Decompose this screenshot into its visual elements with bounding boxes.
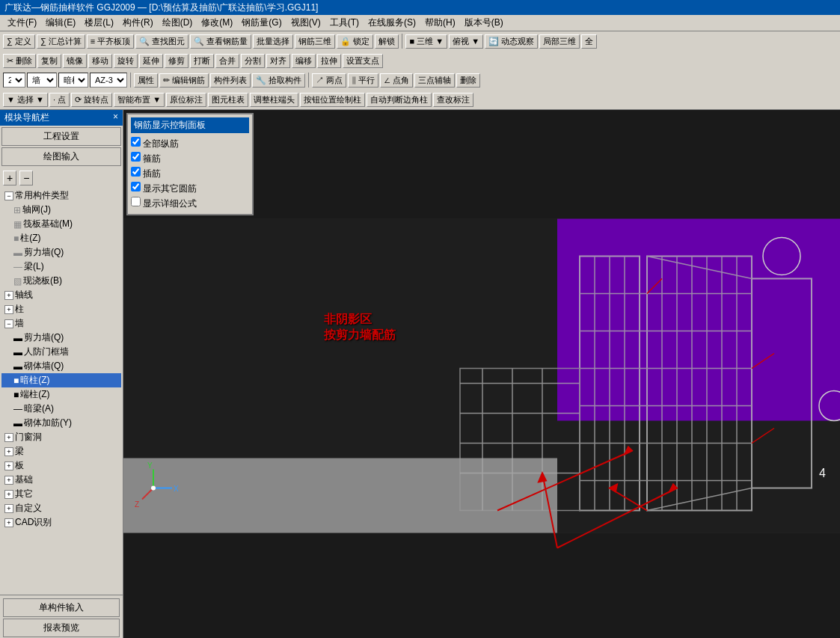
btn-autojudge[interactable]: 自动判断边角柱	[367, 93, 432, 107]
steel-check-stirrup[interactable]: 箍筋	[131, 151, 249, 166]
menu-modify[interactable]: 修改(M)	[197, 15, 237, 31]
tree-beam2[interactable]: + 梁	[1, 444, 121, 458]
btn-twopoint[interactable]: ↗ 两点	[312, 73, 346, 88]
tree-hidbeam[interactable]: — 暗梁(A)	[1, 402, 121, 416]
expand-custom[interactable]: +	[4, 504, 13, 513]
tree-col-group[interactable]: + 柱	[1, 302, 121, 316]
btn-move[interactable]: 移动	[88, 54, 112, 68]
btn-property[interactable]: 属性	[134, 73, 158, 88]
btn-lock[interactable]: 🔒 锁定	[337, 34, 373, 49]
btn-localview[interactable]: 局部三维	[539, 34, 580, 49]
btn-checksteel[interactable]: 🔍 查看钢筋量	[190, 34, 251, 49]
btn-checkmark[interactable]: 查改标注	[433, 93, 473, 107]
btn-drawbyloc[interactable]: 按钮位置绘制柱	[300, 93, 365, 107]
menu-view[interactable]: 视图(V)	[286, 15, 325, 31]
btn-complist[interactable]: 构件列表	[210, 73, 251, 88]
btn-break[interactable]: 打断	[190, 54, 214, 68]
sidebar-close[interactable]: ×	[113, 111, 118, 124]
btn-unlock[interactable]: 解锁	[375, 34, 399, 49]
steel-check-other[interactable]: 显示其它圆筋	[131, 181, 249, 196]
btn-align[interactable]: 对齐	[266, 54, 290, 68]
expand-axis[interactable]: +	[4, 291, 13, 300]
expand-board[interactable]: +	[4, 461, 13, 470]
tree-airdefwall[interactable]: ▬ 人防门框墙	[1, 345, 121, 359]
tree-cad[interactable]: + CAD识别	[1, 515, 121, 530]
tree-axis[interactable]: + 轴线	[1, 288, 121, 302]
tree-common-types[interactable]: − 常用构件类型	[1, 188, 121, 203]
btn-checkdraw[interactable]: 🔍 查找图元	[135, 34, 188, 49]
menu-file[interactable]: 文件(F)	[3, 15, 41, 31]
tree-column[interactable]: ■ 柱(Z)	[1, 231, 121, 245]
btn-point[interactable]: · 点	[49, 93, 70, 107]
expand-cad[interactable]: +	[4, 518, 13, 527]
btn-preview[interactable]: 俯视 ▼	[449, 34, 483, 49]
tree-opening[interactable]: + 门窗洞	[1, 430, 121, 444]
menu-online[interactable]: 在线服务(S)	[364, 15, 420, 31]
wall-type-select[interactable]: 墙	[27, 73, 57, 88]
btn-batchselect[interactable]: 批量选择	[253, 34, 293, 49]
expand-beam2[interactable]: +	[4, 447, 13, 456]
btn-fullview[interactable]: 全	[581, 34, 597, 49]
btn-define[interactable]: ∑ 定义	[3, 34, 35, 49]
btn-setpoint[interactable]: 设置支点	[343, 54, 383, 68]
btn-single-input[interactable]: 单构件输入	[3, 598, 120, 617]
tree-slab[interactable]: ▧ 现浇板(B)	[1, 274, 121, 288]
btn-adjustend[interactable]: 调整柱端头	[250, 93, 298, 107]
expand-col[interactable]: +	[4, 305, 13, 314]
tree-raftfound[interactable]: ▦ 筏板基础(M)	[1, 217, 121, 231]
menu-edit[interactable]: 编辑(E)	[41, 15, 80, 31]
btn-offset[interactable]: 编移	[292, 54, 316, 68]
btn-dynamic[interactable]: 🔄 动态观察	[485, 34, 538, 49]
wall-subtype-select[interactable]: 暗柱	[58, 73, 88, 88]
menu-floor[interactable]: 楼层(L)	[80, 15, 118, 31]
btn-rotate[interactable]: 旋转	[114, 54, 138, 68]
tree-foundation[interactable]: + 基础	[1, 473, 121, 487]
menu-draw[interactable]: 绘图(D)	[158, 15, 197, 31]
btn-smartplace[interactable]: 智能布置 ▼	[114, 93, 165, 107]
expand-wall[interactable]: −	[4, 319, 13, 328]
expand-opening[interactable]: +	[4, 433, 13, 442]
tree-sw2[interactable]: ▬ 剪力墙(Q)	[1, 331, 121, 345]
expand-found[interactable]: +	[4, 476, 13, 485]
btn-3dview[interactable]: ■ 三维 ▼	[405, 34, 447, 49]
btn-pick[interactable]: 🔧 拾取构件	[252, 73, 305, 88]
tree-beam[interactable]: — 梁(L)	[1, 260, 121, 274]
btn-copy[interactable]: 复制	[37, 54, 61, 68]
menu-help[interactable]: 帮助(H)	[420, 15, 460, 31]
tree-axisnet[interactable]: ⊞ 轴网(J)	[1, 203, 121, 217]
viewport[interactable]: 钢筋显示控制面板 全部纵筋 箍筋 插筋 显示其它圆筋 显示详细公式	[123, 110, 840, 638]
btn-mirror[interactable]: 镜像	[63, 54, 87, 68]
expand-common[interactable]: −	[4, 191, 13, 200]
menu-tools[interactable]: 工具(T)	[325, 15, 364, 31]
btn-insite[interactable]: 原位标注	[166, 93, 206, 107]
steel-check-all[interactable]: 全部纵筋	[131, 136, 249, 151]
steel-check-formula[interactable]: 显示详细公式	[131, 196, 249, 211]
btn-select[interactable]: ▼ 选择 ▼	[3, 93, 48, 107]
btn-rotatepoint[interactable]: ⟳ 旋转点	[71, 93, 112, 107]
btn-plus[interactable]: +	[3, 171, 16, 185]
tree-masonrebar[interactable]: ▬ 砌体加筋(Y)	[1, 416, 121, 430]
btn-angle[interactable]: ∠ 点角	[380, 73, 413, 88]
btn-3d[interactable]: 钢筋三维	[295, 34, 335, 49]
btn-stretch[interactable]: 拉伸	[317, 54, 341, 68]
menu-steel[interactable]: 钢筋量(G)	[237, 15, 286, 31]
btn-delete[interactable]: ✂ 删除	[3, 54, 36, 68]
btn-report[interactable]: 报表预览	[3, 619, 120, 637]
menu-version[interactable]: 版本号(B)	[460, 15, 508, 31]
btn-summary[interactable]: ∑ 汇总计算	[37, 34, 85, 49]
tree-endcol[interactable]: ■ 端柱(Z)	[1, 387, 121, 402]
tree-hidcol[interactable]: ■ 暗柱(Z)	[1, 373, 121, 387]
floor-select[interactable]: 2	[3, 73, 25, 88]
btn-drawing[interactable]: 绘图输入	[1, 147, 121, 166]
tree-other[interactable]: + 其它	[1, 487, 121, 501]
code-select[interactable]: AZ-3	[90, 73, 127, 88]
btn-parallel[interactable]: ∥ 平行	[348, 73, 378, 88]
btn-minus[interactable]: −	[19, 171, 33, 185]
btn-trim[interactable]: 修剪	[165, 54, 188, 68]
expand-other[interactable]: +	[4, 490, 13, 499]
btn-extend[interactable]: 延伸	[139, 54, 163, 68]
tree-board[interactable]: + 板	[1, 458, 121, 473]
btn-split[interactable]: 分割	[241, 54, 265, 68]
btn-merge[interactable]: 合并	[215, 54, 239, 68]
btn-threepoint[interactable]: 三点辅轴	[414, 73, 455, 88]
